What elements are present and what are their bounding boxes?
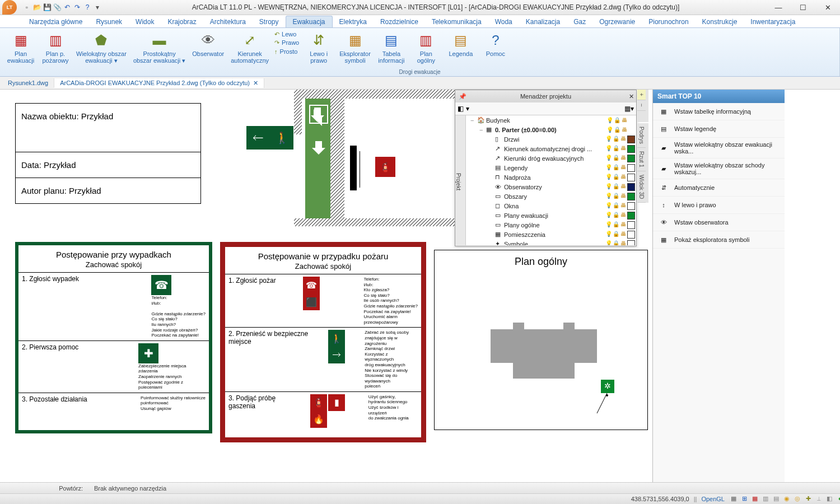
tab-elektryka[interactable]: Elektryka (333, 16, 374, 27)
qat-cut-icon[interactable]: 📎 (53, 3, 62, 12)
drawing-canvas[interactable]: Nazwa obiektu: Przykład Data: Przykład A… (0, 90, 652, 495)
tab-ogrzewanie[interactable]: Ogrzewanie (592, 16, 642, 27)
sb-7[interactable]: ◎ (793, 495, 802, 503)
close-tab-icon[interactable]: ✕ (253, 80, 258, 87)
sb-2[interactable]: ⊞ (740, 495, 749, 503)
svg-line-13 (597, 393, 607, 413)
btn-legenda[interactable]: ▤Legenda (444, 30, 478, 58)
qat-new-icon[interactable]: ▫ (22, 3, 31, 12)
doc-tab-1[interactable]: Rysunek1.dwg (2, 78, 54, 87)
smart-item[interactable]: ↕W lewo i prawo (653, 197, 785, 214)
close-button[interactable]: ✕ (815, 0, 840, 15)
sb-10[interactable]: ◧ (825, 495, 834, 503)
svg-rect-6 (360, 151, 360, 188)
smart-item[interactable]: ▤Wstaw legendę (653, 120, 785, 138)
btn-prosto[interactable]: ↑Prosto (274, 48, 299, 55)
tree-row[interactable]: 👁Obserwatorzy💡🔒🖶 (466, 182, 636, 192)
qat-save-icon[interactable]: 💾 (43, 3, 52, 12)
sb-3[interactable]: ▦ (750, 495, 759, 503)
pm-vtab-projekt[interactable]: Projekt (455, 115, 466, 245)
btn-eksplorator[interactable]: ▦Eksplorator symboli (336, 30, 374, 65)
tab-architektura[interactable]: Architektura (203, 16, 253, 27)
btn-prostokatny[interactable]: ▬Prostokątny obszar ewakuacji ▾ (130, 30, 189, 65)
smart-item[interactable]: ▰Wstaw wielokątny obszar ewakuacji wska.… (653, 138, 785, 158)
sidetab-podrys[interactable]: Podrys (637, 123, 646, 148)
sidetab-widok3d[interactable]: Widok 3D (637, 171, 646, 203)
btn-plan-ogolny[interactable]: ▥Plan ogólny (409, 30, 444, 65)
tree-row[interactable]: ▯Drzwi💡🔒🖶 (466, 134, 636, 144)
tab-stropy[interactable]: Stropy (253, 16, 286, 27)
qat-help-icon[interactable]: ? (83, 3, 92, 12)
tab-kanalizacja[interactable]: Kanalizacja (519, 16, 567, 27)
sb-5[interactable]: ▤ (772, 495, 781, 503)
tab-ewakuacja[interactable]: Ewakuacja (286, 16, 333, 27)
tree-row[interactable]: −▦0. Parter (±0.00=0.00)💡🔒🖶 (466, 125, 636, 134)
tab-konstrukcje[interactable]: Konstrukcje (696, 16, 744, 27)
tab-rysunek[interactable]: Rysunek (89, 16, 129, 27)
sb-1[interactable]: ▦ (729, 495, 738, 503)
minimize-button[interactable]: — (766, 0, 791, 15)
tree-row[interactable]: ▭Plany ewakuacji💡🔒🖶 (466, 211, 636, 220)
btn-lewo-prawo[interactable]: ⇵Lewo i prawo (301, 30, 336, 65)
smart-item[interactable]: ▰Wstaw wielokątny obszar schody wskazuj.… (653, 158, 785, 179)
tree-row[interactable]: ✦Symbole💡🔒🖶 (466, 239, 636, 245)
project-manager-panel[interactable]: 📌 Menadżer projektu ✕ ◧ ▾ ▦▾ Projekt −🏠B… (455, 90, 637, 246)
tree-row[interactable]: ⊓Nadproża💡🔒🖶 (466, 172, 636, 182)
tree-row[interactable]: −🏠Budynek💡🔒🖶 (466, 115, 636, 125)
tab-rozdzielnice[interactable]: Rozdzielnice (374, 16, 425, 27)
btn-plan-ewakuacji[interactable]: ▦Plan ewakuacji (3, 30, 38, 65)
smart-item-icon: ▰ (657, 164, 670, 174)
tab-inwentaryzacja[interactable]: Inwentaryzacja (744, 16, 802, 27)
tab-narzedzia[interactable]: Narzędzia główne (22, 16, 89, 27)
qat-redo-icon[interactable]: ↷ (73, 3, 82, 12)
btn-prawo[interactable]: ↷Prawo (274, 39, 299, 46)
sb-8[interactable]: ✚ (804, 495, 813, 503)
sb-11[interactable]: ● (836, 495, 840, 503)
tree-row[interactable]: ▦Pomieszczenia💡🔒🖶 (466, 230, 636, 239)
smart-item[interactable]: ▦Pokaż eksploratora symboli (653, 231, 785, 249)
opengl-label[interactable]: OpenGL (701, 496, 725, 502)
side-btn-minus[interactable]: − (637, 100, 646, 111)
sidetab-rzut1[interactable]: Rzut 1 (637, 148, 646, 171)
tab-gaz[interactable]: Gaz (567, 16, 592, 27)
btn-kierunek-auto[interactable]: ⤢Kierunek automatyczny (227, 30, 272, 65)
pm-tb-1[interactable]: ◧ (458, 105, 464, 113)
qat-dropdown-icon[interactable]: ▾ (93, 3, 102, 12)
btn-tabela[interactable]: ▤Tabela informacji (374, 30, 409, 65)
smart-title: Smart TOP 10 (653, 90, 785, 103)
tree-row[interactable]: ◻Okna💡🔒🖶 (466, 201, 636, 211)
tab-krajobraz[interactable]: Krajobraz (161, 16, 203, 27)
tab-woda[interactable]: Woda (488, 16, 519, 27)
btn-plan-pozarowy[interactable]: ▥Plan p. pożarowy (38, 30, 73, 65)
smart-item[interactable]: 👁Wstaw obserwatora (653, 214, 785, 231)
sb-9[interactable]: ⟂ (814, 495, 823, 503)
sb-4[interactable]: ▥ (761, 495, 770, 503)
btn-lewo[interactable]: ↶Lewo (274, 30, 299, 38)
tree-row[interactable]: ↗Kierunek automatycznej drogi ...💡🔒🖶 (466, 144, 636, 153)
polygon-icon: ⬟ (92, 31, 110, 49)
sb-6[interactable]: ◉ (782, 495, 791, 503)
side-btn-plus[interactable]: + (637, 90, 646, 100)
tree-row[interactable]: ▭Obszary💡🔒🖶 (466, 192, 636, 201)
maximize-button[interactable]: ☐ (791, 0, 815, 15)
pm-close-icon[interactable]: ✕ (629, 90, 634, 102)
tree-row[interactable]: ▤Legendy💡🔒🖶 (466, 163, 636, 172)
tree-row[interactable]: ▭Plany ogólne💡🔒🖶 (466, 220, 636, 230)
qat-undo-icon[interactable]: ↶ (63, 3, 72, 12)
btn-pomoc[interactable]: ?Pomoc (478, 30, 513, 58)
fire-sub: Zachować spokój (225, 262, 421, 274)
tab-piorunochron[interactable]: Piorunochron (642, 16, 695, 27)
btn-wielokatny[interactable]: ⬟Wielokątny obszar ewakuacji ▾ (73, 30, 130, 65)
smart-item[interactable]: ⇵Automatycznie (653, 179, 785, 197)
doc-tab-2[interactable]: ArCADia-DROGI EWAKUACYJNE Przykład 2.dwg… (54, 78, 264, 88)
qat-open-icon[interactable]: 📂 (32, 3, 41, 12)
tab-widok[interactable]: Widok (129, 16, 161, 27)
tab-telekomunikacja[interactable]: Telekomunikacja (425, 16, 488, 27)
pin-icon[interactable]: 📌 (459, 90, 466, 102)
tree-row[interactable]: ↗Kierunki dróg ewakuacyjnych💡🔒🖶 (466, 153, 636, 163)
pm-tb-3[interactable]: ▦▾ (624, 105, 634, 113)
pm-tb-2[interactable]: ▾ (466, 105, 469, 113)
btn-obserwator[interactable]: 👁Obserwator (189, 30, 227, 58)
smart-item[interactable]: ▦Wstaw tabelkę informacyjną (653, 103, 785, 120)
pm-tree[interactable]: −🏠Budynek💡🔒🖶−▦0. Parter (±0.00=0.00)💡🔒🖶▯… (466, 115, 636, 245)
